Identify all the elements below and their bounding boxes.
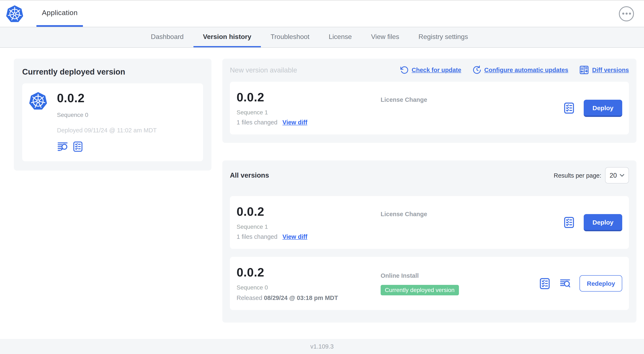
deploy-button[interactable]: Deploy	[584, 100, 622, 117]
new-version-panel: New version available Check for update	[222, 59, 636, 143]
ellipsis-icon	[622, 13, 624, 15]
chevron-down-icon	[620, 174, 624, 177]
new-version-card: 0.0.2 Sequence 1 1 files changed View di…	[230, 82, 629, 135]
logs-icon[interactable]	[57, 141, 68, 152]
header: Application	[0, 1, 644, 27]
redeploy-button[interactable]: Redeploy	[580, 275, 622, 291]
tab-registry-settings[interactable]: Registry settings	[409, 27, 478, 47]
results-per-page-label: Results per page:	[554, 172, 601, 179]
currently-deployed-badge: Currently deployed version	[380, 285, 459, 295]
schedule-icon	[472, 65, 481, 75]
deployed-timestamp: Deployed 09/11/24 @ 11:02 am MDT	[57, 127, 157, 134]
version-row: 0.0.2 Sequence 1 1 files changed View di…	[230, 196, 629, 249]
version-source: License Change	[380, 211, 427, 217]
preflight-checks-icon[interactable]	[563, 217, 575, 228]
preflight-checks-icon[interactable]	[563, 102, 575, 114]
app-icon	[28, 91, 48, 152]
released-timestamp: Released 08/29/24 @ 03:18 pm MDT	[236, 294, 380, 301]
new-version-heading: New version available	[230, 66, 297, 74]
configure-automatic-updates-link[interactable]: Configure automatic updates	[472, 65, 568, 75]
tab-dashboard[interactable]: Dashboard	[141, 27, 194, 47]
refresh-icon	[400, 66, 409, 74]
app-title-tab[interactable]: Application	[36, 1, 83, 27]
preflight-checks-icon[interactable]	[539, 277, 551, 289]
version-sequence: Sequence 1	[236, 223, 380, 230]
deployed-version-number: 0.0.2	[57, 91, 157, 105]
kubernetes-logo-icon	[6, 5, 24, 23]
app-window: Application Dashboard Version history Tr…	[0, 0, 644, 354]
version-number: 0.0.2	[236, 205, 380, 219]
view-diff-link[interactable]: View diff	[282, 233, 307, 240]
all-versions-heading: All versions	[230, 171, 269, 179]
diff-icon	[579, 65, 589, 75]
files-changed: 1 files changed	[236, 233, 278, 240]
currently-deployed-title: Currently deployed version	[22, 68, 203, 77]
version-number: 0.0.2	[236, 91, 380, 104]
diff-versions-link[interactable]: Diff versions	[579, 65, 629, 75]
more-menu-button[interactable]	[619, 6, 634, 21]
app-title: Application	[42, 9, 78, 17]
deploy-button[interactable]: Deploy	[584, 214, 622, 231]
logs-icon[interactable]	[560, 278, 571, 289]
version-source: Online Install	[380, 272, 419, 279]
console-version: v1.109.3	[310, 343, 334, 350]
tab-view-files[interactable]: View files	[361, 27, 409, 47]
version-sequence: Sequence 0	[236, 284, 380, 291]
currently-deployed-card: 0.0.2 Sequence 0 Deployed 09/11/24 @ 11:…	[22, 83, 203, 161]
results-per-page-select[interactable]: 20	[605, 167, 629, 183]
preflight-checks-icon[interactable]	[72, 141, 83, 152]
deployed-sequence: Sequence 0	[57, 111, 157, 118]
files-changed: 1 files changed	[236, 119, 278, 126]
version-source: License Change	[380, 96, 427, 103]
nav-tabbar: Dashboard Version history Troubleshoot L…	[0, 27, 644, 48]
main-content: Currently deployed version	[0, 48, 644, 339]
tab-version-history[interactable]: Version history	[193, 27, 261, 47]
view-diff-link[interactable]: View diff	[282, 119, 307, 126]
check-for-update-link[interactable]: Check for update	[400, 66, 461, 74]
tab-troubleshoot[interactable]: Troubleshoot	[261, 27, 319, 47]
currently-deployed-panel: Currently deployed version	[14, 59, 212, 171]
all-versions-panel: All versions Results per page: 20	[222, 160, 636, 322]
version-number: 0.0.2	[236, 266, 380, 279]
footer: v1.109.3	[0, 339, 644, 354]
tab-license[interactable]: License	[319, 27, 361, 47]
version-sequence: Sequence 1	[236, 109, 380, 116]
version-row: 0.0.2 Sequence 0 Released 08/29/24 @ 03:…	[230, 257, 629, 310]
